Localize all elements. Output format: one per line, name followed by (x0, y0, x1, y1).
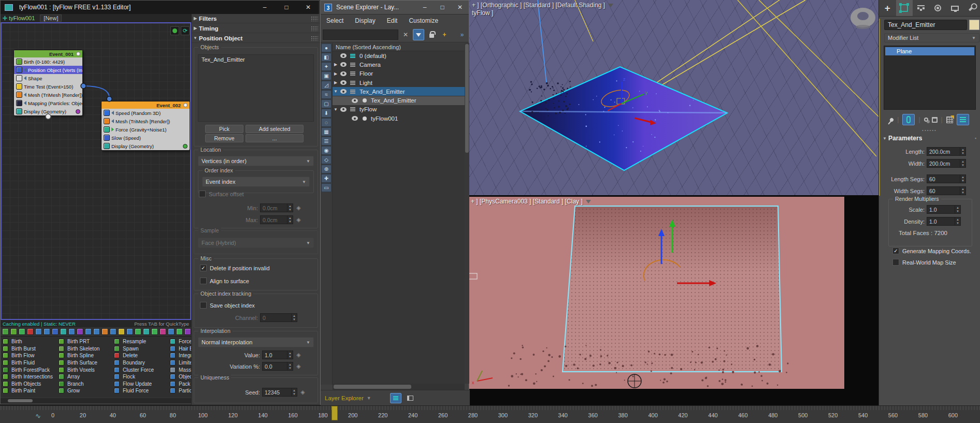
filter-funnel-button[interactable] (413, 29, 424, 40)
animate-key-icon[interactable]: ◈ (295, 216, 302, 223)
frame-tick-label[interactable]: 320 (523, 412, 543, 418)
operator-row[interactable]: Time Test (Event>150) (14, 82, 82, 91)
frame-tick-label[interactable]: 600 (943, 412, 963, 418)
depot-item[interactable]: Birth Spline (59, 352, 99, 359)
viewport-label-top-line2[interactable]: tyFlow ] (472, 9, 493, 17)
layer-mode-button[interactable] (390, 393, 401, 403)
value-spinner-field[interactable]: 1.0▲▼ (262, 351, 293, 359)
frame-tick-label[interactable]: 380 (613, 412, 633, 418)
add-layer-button[interactable]: + (439, 29, 450, 40)
expand-icon[interactable]: ▶ (333, 80, 339, 85)
spinner-arrows-icon[interactable]: ▲▼ (960, 175, 965, 183)
lock-button[interactable] (426, 29, 437, 40)
spinner-arrows-icon[interactable]: ▲▼ (960, 159, 965, 167)
depot-hscrollbar[interactable] (1, 398, 191, 403)
align-to-surface-checkbox[interactable]: Align to surface (200, 278, 249, 284)
animate-key-icon[interactable]: ◈ (295, 205, 302, 211)
viewport-physcamera[interactable]: x + ] [PhysCamera003 ] [Standard ] [Clay… (469, 195, 878, 405)
frame-tick-label[interactable]: 520 (823, 412, 843, 418)
min-spinner-field[interactable]: 0.0cm▲▼ (260, 203, 293, 212)
order-index-dropdown[interactable]: Event index▼ (202, 177, 310, 187)
operator-row[interactable]: Display (Geometry) (102, 142, 190, 150)
panel-splitter[interactable]: •••••• (879, 128, 980, 133)
spinner-arrows-icon[interactable]: ▲▼ (287, 362, 293, 370)
rollout-filters[interactable]: ▶ Filters (192, 14, 320, 23)
depot-item[interactable]: Grow (59, 387, 99, 395)
frame-tick-label[interactable]: 400 (643, 412, 664, 418)
max-spinner-field[interactable]: 0.0cm▲▼ (260, 215, 293, 224)
depot-favorite-icon[interactable] (176, 328, 183, 335)
tree-row-tyflow001[interactable]: tyFlow001 (333, 114, 465, 123)
tab-hierarchy[interactable] (913, 0, 930, 16)
more-button[interactable]: ... (246, 134, 304, 142)
filter-helpers-icon[interactable]: ◿ (321, 81, 332, 90)
frame-tick-label[interactable]: 420 (673, 412, 694, 418)
tab-create[interactable]: + (879, 0, 896, 16)
event-node-event_002[interactable]: Event_002Speed (Random 3D)Mesh (TriMesh … (101, 101, 190, 151)
length-spinner-field[interactable]: 200.0cm▲▼ (927, 147, 966, 156)
frame-tick-label[interactable]: 280 (463, 412, 483, 418)
depot-item[interactable]: Integra (170, 352, 191, 359)
filter-groups-icon[interactable]: ▢ (321, 99, 332, 108)
add-selected-button[interactable]: Add selected (246, 125, 304, 133)
visibility-eye-icon[interactable] (352, 98, 358, 103)
object-name-field[interactable]: Tex_And_Emitter (884, 20, 967, 30)
minimize-button[interactable]: – (416, 1, 434, 14)
width-segs-spinner-field[interactable]: 60▲▼ (927, 186, 966, 195)
seed-spinner-field[interactable]: 12345▲▼ (262, 388, 297, 397)
close-button[interactable]: ✕ (297, 1, 319, 14)
filter-assemblies-icon[interactable]: ◇ (321, 155, 332, 164)
tree-row-tex-and-emitter[interactable]: ▼Tex_And_Emitter (333, 87, 465, 96)
frame-tick-label[interactable]: 220 (372, 412, 393, 418)
frame-tick-label[interactable]: 60 (133, 412, 153, 418)
filter-containers-icon[interactable]: ▦ (321, 127, 332, 136)
operator-row[interactable]: Position Object (Verts (In O... (14, 66, 82, 74)
depot-item[interactable]: Birth Burst (3, 345, 53, 353)
viewport-label-top[interactable]: + ] [Orthographic ] [Standard ] [Default… (472, 2, 613, 9)
maximize-button[interactable]: □ (434, 1, 451, 14)
delete-if-invalid-checkbox[interactable]: ✓Delete if position invalid (200, 265, 270, 271)
layer-explorer-label[interactable]: Layer Explorer (325, 395, 364, 401)
mini-curve-editor-icon[interactable]: ∿ (35, 412, 41, 420)
menu-customize[interactable]: Customize (403, 17, 444, 24)
viewport-orthographic[interactable]: z y + ] [Orthographic ] [Standard ] [Def… (469, 0, 878, 195)
depot-item[interactable]: Birth Paint (3, 387, 53, 395)
depot-favorite-icon[interactable] (10, 328, 17, 335)
scale-spinner-field[interactable]: 1.0▲▼ (927, 205, 961, 214)
depot-favorite-icon[interactable] (27, 328, 34, 335)
tab-new[interactable]: [New] (40, 14, 62, 22)
tree-hscroll-thumb[interactable] (334, 385, 411, 389)
depot-item[interactable]: Force (170, 338, 191, 345)
visibility-eye-icon[interactable] (340, 62, 347, 67)
filter-all-icon[interactable]: ● (321, 43, 332, 52)
tree-vscrollbar[interactable] (465, 43, 469, 384)
tree-hscrollbar[interactable] (333, 384, 465, 390)
depot-item[interactable]: Birth Voxels (59, 366, 99, 373)
real-world-map-size-checkbox-box[interactable] (892, 259, 899, 266)
depot-item[interactable]: Spawn (114, 345, 154, 353)
depot-favorite-icon[interactable] (168, 328, 175, 335)
column-chooser-button[interactable] (405, 393, 416, 403)
align-to-surface-checkbox-box[interactable] (200, 278, 207, 284)
depot-favorite-icon[interactable] (44, 328, 50, 335)
filter-xrefs-icon[interactable]: ⬇ (321, 109, 332, 118)
channel-spinner-field[interactable]: 0▲▼ (260, 313, 297, 322)
interpolation-dropdown[interactable]: Normal interpolation▼ (198, 337, 314, 347)
filter-particles-icon[interactable]: ⊕ (321, 165, 332, 173)
depot-favorite-icon[interactable] (102, 328, 108, 335)
show-end-result-button[interactable] (902, 114, 915, 125)
depot-item[interactable]: Pack (170, 381, 191, 388)
spinner-arrows-icon[interactable]: ▲▼ (960, 187, 965, 195)
depot-item[interactable]: Hair Bi (170, 345, 191, 353)
per-view-filter-icon[interactable] (586, 200, 591, 206)
visibility-eye-icon[interactable] (340, 80, 347, 85)
display-output-socket[interactable] (183, 144, 188, 149)
parameters-rollout-header[interactable]: ▼ Parameters ▪ (881, 134, 978, 143)
visibility-eye-icon[interactable] (340, 71, 347, 76)
frame-tick-label[interactable]: 360 (583, 412, 603, 418)
frame-tick-label[interactable]: 100 (193, 412, 213, 418)
filter-cameras-icon[interactable]: ▣ (321, 71, 332, 80)
visibility-eye-icon[interactable] (340, 89, 347, 94)
depot-item[interactable]: Birth ForestPack (3, 366, 53, 373)
depot-item[interactable]: Birth Skeleton (59, 345, 99, 353)
